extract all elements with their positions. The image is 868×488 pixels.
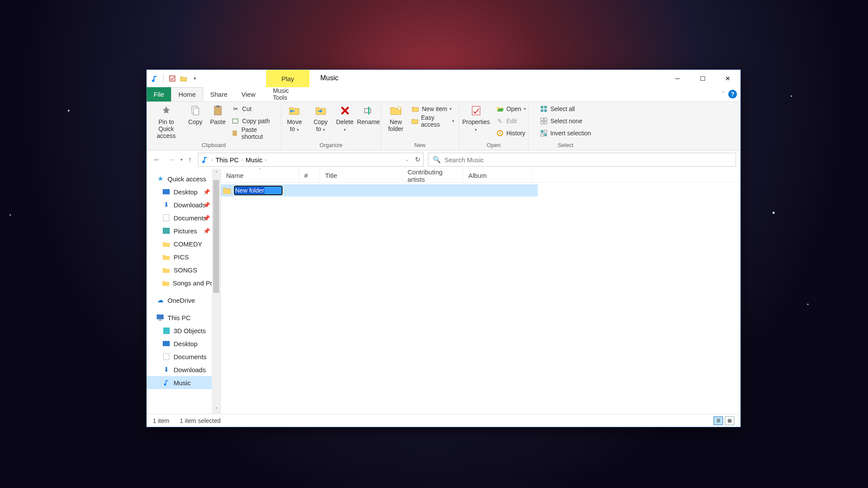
paste-shortcut-button[interactable]: Paste shortcut (230, 127, 278, 139)
copy-to-icon (315, 105, 327, 117)
sort-asc-icon: ˄ (259, 168, 261, 172)
new-item-button[interactable]: New item ▾ (410, 103, 456, 115)
pin-icon: 📌 (203, 228, 210, 234)
tab-file[interactable]: File (147, 87, 171, 102)
move-to-icon (288, 105, 300, 117)
open-button[interactable]: Open ▾ (494, 103, 528, 115)
group-label-organize: Organize (284, 141, 378, 150)
play-context-tab[interactable]: Play (266, 70, 309, 87)
copy-to-button[interactable]: Copy to ▾ (309, 103, 333, 134)
copy-button[interactable]: Copy (185, 103, 206, 127)
search-box[interactable]: 🔍 Search Music (428, 153, 736, 167)
help-icon[interactable]: ? (728, 90, 737, 98)
move-to-button[interactable]: Move to ▾ (282, 103, 307, 134)
file-list[interactable] (221, 183, 740, 414)
up-button[interactable]: ↑ (186, 154, 194, 165)
col-title[interactable]: Title (320, 169, 402, 182)
tab-home[interactable]: Home (171, 87, 203, 102)
pin-icon: 📌 (203, 189, 210, 195)
search-placeholder: Search Music (444, 156, 484, 164)
invert-selection-button[interactable]: Invert selection (538, 127, 593, 139)
svg-rect-0 (170, 76, 175, 81)
group-label-open: Open (462, 141, 526, 150)
tree-this-pc[interactable]: This PC (147, 311, 220, 324)
collapse-ribbon-icon[interactable]: ˆ (722, 91, 724, 97)
tab-music-tools[interactable]: Music Tools (266, 87, 309, 101)
rename-button[interactable]: Rename (357, 103, 380, 127)
tree-pics[interactable]: PICS (147, 250, 220, 263)
copy-icon (189, 105, 201, 117)
back-button[interactable]: ← (151, 154, 162, 165)
tab-view[interactable]: View (234, 87, 262, 102)
tree-quick-access[interactable]: ★Quick access (147, 172, 220, 185)
tab-share[interactable]: Share (203, 87, 234, 102)
paste-button[interactable]: Paste (207, 103, 228, 127)
ribbon-tabs: File Home Share View Music Tools ˆ ? (147, 87, 740, 102)
forward-button[interactable]: → (166, 154, 177, 165)
tree-comedy[interactable]: COMEDY (147, 237, 220, 250)
easy-access-button[interactable]: Easy access ▾ (410, 115, 456, 127)
svg-rect-22 (541, 134, 543, 136)
details-view-button[interactable]: ≣ (713, 416, 723, 425)
svg-rect-25 (163, 214, 169, 221)
select-none-button[interactable]: Select none (538, 115, 593, 127)
tree-downloads[interactable]: ⬇Downloads📌 (147, 198, 220, 211)
scrollbar-thumb[interactable] (213, 180, 219, 293)
list-item[interactable] (221, 184, 538, 197)
tree-desktop2[interactable]: Desktop (147, 337, 220, 350)
thumbnails-view-button[interactable]: ▦ (725, 416, 734, 425)
col-number[interactable]: # (299, 169, 320, 182)
cut-button[interactable]: ✂Cut (230, 103, 278, 115)
tree-documents2[interactable]: Documents (147, 350, 220, 363)
col-artists[interactable]: Contributing artists (402, 169, 463, 182)
tree-downloads2[interactable]: ⬇Downloads (147, 363, 220, 376)
close-button[interactable]: ✕ (715, 70, 740, 87)
titlebar: ▼ Play Music ─ ☐ ✕ (147, 70, 740, 87)
rename-input[interactable] (234, 186, 283, 195)
rename-icon (362, 105, 375, 117)
minimize-button[interactable]: ─ (665, 70, 690, 87)
navbar: ← → ▾ ↑ › This PC › Music › ⌄ ↻ 🔍 Search… (147, 151, 740, 169)
recent-locations-button[interactable]: ▾ (181, 157, 183, 162)
copy-path-button[interactable]: Copy path (230, 115, 278, 127)
tree-3d-objects[interactable]: 3D Objects (147, 324, 220, 337)
tree-songs-poems[interactable]: Songs and Poem (147, 276, 220, 289)
tree-desktop[interactable]: Desktop📌 (147, 185, 220, 198)
tree-pictures[interactable]: Pictures📌 (147, 224, 220, 237)
col-name[interactable]: ˄Name (221, 169, 299, 182)
address-dropdown[interactable]: ⌄ (405, 157, 409, 162)
history-icon (496, 129, 504, 137)
scroll-up-icon[interactable]: ˄ (212, 169, 220, 177)
sidebar-scrollbar[interactable]: ˄ ˅ (212, 169, 220, 414)
properties-button[interactable]: Properties▾ (460, 103, 493, 134)
breadcrumb-this-pc[interactable]: This PC (216, 156, 239, 164)
delete-button[interactable]: Delete▾ (335, 103, 355, 134)
documents-icon (162, 214, 170, 222)
col-album[interactable]: Album (463, 169, 533, 182)
folder-icon (162, 240, 170, 248)
properties-qat-icon[interactable] (168, 74, 177, 83)
tree-documents[interactable]: Documents📌 (147, 211, 220, 224)
scroll-down-icon[interactable]: ˅ (212, 405, 220, 414)
svg-rect-23 (544, 134, 547, 136)
address-bar[interactable]: › This PC › Music › ⌄ ↻ (198, 153, 424, 167)
column-headers: ˄Name # Title Contributing artists Album (221, 169, 740, 183)
pictures-icon (162, 227, 170, 235)
new-folder-icon (390, 105, 402, 117)
breadcrumb-music[interactable]: Music (246, 156, 263, 164)
history-button[interactable]: History (494, 127, 528, 139)
qat-dropdown[interactable]: ▼ (191, 74, 199, 83)
nav-pane[interactable]: ★Quick access Desktop📌 ⬇Downloads📌 Docum… (147, 169, 220, 414)
pin-quick-access-button[interactable]: Pin to Quick access (149, 103, 183, 141)
paste-shortcut-icon (232, 129, 239, 137)
edit-button[interactable]: ✎Edit (494, 115, 528, 127)
tree-songs[interactable]: SONGS (147, 263, 220, 276)
new-folder-button[interactable]: New folder (384, 103, 408, 134)
select-all-button[interactable]: Select all (538, 103, 593, 115)
maximize-button[interactable]: ☐ (690, 70, 715, 87)
new-folder-qat-icon[interactable] (179, 74, 188, 83)
refresh-button[interactable]: ↻ (415, 156, 421, 164)
tree-onedrive[interactable]: ☁OneDrive (147, 294, 220, 307)
content-pane: ˄Name # Title Contributing artists Album (220, 169, 740, 414)
tree-music[interactable]: Music (147, 376, 220, 389)
